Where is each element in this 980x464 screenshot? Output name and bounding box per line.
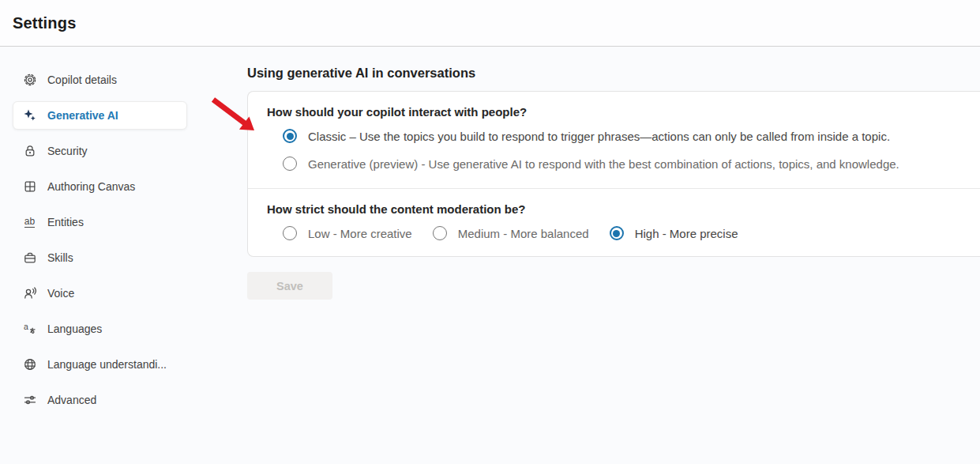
voice-icon xyxy=(22,286,37,300)
sidebar-item-security[interactable]: Security xyxy=(13,137,187,165)
interaction-section: How should your copilot interact with pe… xyxy=(248,92,980,188)
medium-radio-label: Medium - More balanced xyxy=(458,227,589,240)
generative-radio[interactable] xyxy=(283,157,297,171)
sidebar-item-copilot-details[interactable]: Copilot details xyxy=(13,66,187,94)
sidebar-item-label: Generative AI xyxy=(47,109,118,122)
settings-sidebar: Copilot details Generative AI Security xyxy=(0,47,235,464)
generative-radio-label: Generative (preview) - Use generative AI… xyxy=(308,157,899,171)
briefcase-icon xyxy=(22,251,37,265)
medium-radio[interactable] xyxy=(433,226,447,240)
sidebar-item-label: Entities xyxy=(47,216,84,228)
generative-ai-settings-card: How should your copilot interact with pe… xyxy=(247,91,980,257)
language-understanding-icon xyxy=(22,357,37,372)
low-radio-label: Low - More creative xyxy=(308,227,412,240)
grid-icon xyxy=(22,179,37,194)
page-title: Settings xyxy=(13,14,77,32)
save-button[interactable]: Save xyxy=(247,272,332,300)
classic-radio-label: Classic – Use the topics you build to re… xyxy=(308,130,890,143)
interaction-question: How should your copilot interact with pe… xyxy=(267,105,961,119)
high-radio[interactable] xyxy=(610,226,624,240)
main-content: Using generative AI in conversations How… xyxy=(235,47,980,464)
settings-header: Settings xyxy=(0,0,980,47)
moderation-section: How strict should the content moderation… xyxy=(248,188,980,256)
high-radio-label: High - More precise xyxy=(635,227,738,240)
sidebar-item-label: Copilot details xyxy=(47,74,117,86)
sidebar-item-label: Languages xyxy=(47,323,102,335)
sidebar-item-languages[interactable]: a Languages xyxy=(13,315,187,343)
radio-option-medium[interactable]: Medium - More balanced xyxy=(433,226,589,240)
radio-option-generative[interactable]: Generative (preview) - Use generative AI… xyxy=(283,157,961,171)
sparkle-icon xyxy=(22,108,37,123)
svg-text:a: a xyxy=(24,322,28,331)
classic-radio[interactable] xyxy=(283,129,297,143)
sidebar-item-entities[interactable]: ab Entities xyxy=(13,208,187,236)
entities-ab-icon: ab xyxy=(22,215,37,229)
radio-option-high[interactable]: High - More precise xyxy=(610,226,738,240)
gear-icon xyxy=(22,73,37,87)
lock-icon xyxy=(22,144,37,158)
radio-option-classic[interactable]: Classic – Use the topics you build to re… xyxy=(283,129,961,143)
sidebar-item-authoring-canvas[interactable]: Authoring Canvas xyxy=(13,172,187,201)
moderation-question: How strict should the content moderation… xyxy=(267,202,961,216)
languages-icon: a xyxy=(22,322,37,336)
sidebar-item-skills[interactable]: Skills xyxy=(13,243,187,272)
sidebar-item-language-understanding[interactable]: Language understandi... xyxy=(13,350,187,379)
sliders-icon xyxy=(22,393,37,407)
section-title: Using generative AI in conversations xyxy=(247,66,980,81)
sidebar-item-voice[interactable]: Voice xyxy=(13,279,187,307)
sidebar-item-label: Security xyxy=(47,145,88,157)
sidebar-item-label: Advanced xyxy=(47,394,96,406)
radio-option-low[interactable]: Low - More creative xyxy=(283,226,412,240)
sidebar-item-label: Voice xyxy=(47,287,74,300)
low-radio[interactable] xyxy=(283,226,297,240)
sidebar-item-generative-ai[interactable]: Generative AI xyxy=(13,101,187,130)
sidebar-item-label: Authoring Canvas xyxy=(47,180,135,193)
sidebar-item-advanced[interactable]: Advanced xyxy=(13,386,187,414)
sidebar-item-label: Skills xyxy=(47,251,73,264)
sidebar-item-label: Language understandi... xyxy=(47,358,167,371)
